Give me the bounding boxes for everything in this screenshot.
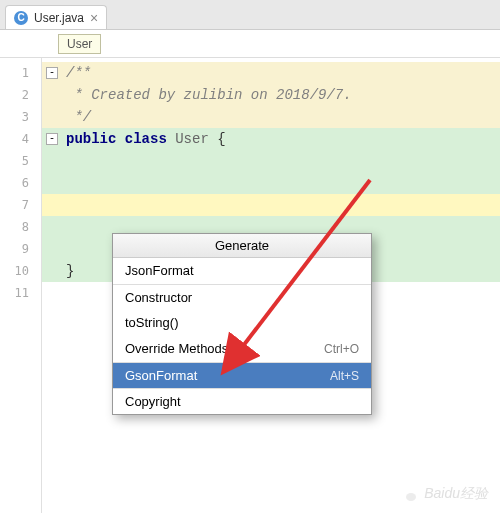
- menu-item-shortcut: Ctrl+O: [324, 336, 359, 362]
- generate-item-gsonformat[interactable]: GsonFormatAlt+S: [113, 362, 371, 388]
- tab-bar: C User.java ×: [0, 0, 500, 30]
- generate-item-jsonformat[interactable]: JsonFormat: [113, 258, 371, 284]
- line-number: 9: [0, 238, 41, 260]
- tab-label: User.java: [34, 11, 84, 25]
- watermark: Baidu经验: [402, 485, 488, 503]
- menu-item-label: Override Methods...: [125, 336, 239, 362]
- menu-item-label: GsonFormat: [125, 363, 197, 388]
- breadcrumb-class[interactable]: User: [58, 34, 101, 54]
- code-line[interactable]: -public class User {: [42, 128, 500, 150]
- line-number: 1: [0, 62, 41, 84]
- class-file-icon: C: [14, 11, 28, 25]
- code-line[interactable]: [42, 194, 500, 216]
- generate-item-constructor[interactable]: Constructor: [113, 284, 371, 310]
- line-number: 2: [0, 84, 41, 106]
- line-number: 8: [0, 216, 41, 238]
- code-line[interactable]: -/**: [42, 62, 500, 84]
- line-number: 10: [0, 260, 41, 282]
- code-line[interactable]: [42, 150, 500, 172]
- editor-tab[interactable]: C User.java ×: [5, 5, 107, 29]
- generate-item-override-methods-[interactable]: Override Methods...Ctrl+O: [113, 336, 371, 362]
- line-number: 11: [0, 282, 41, 304]
- code-line[interactable]: * Created by zulibin on 2018/9/7.: [42, 84, 500, 106]
- fold-toggle-icon[interactable]: -: [46, 67, 58, 79]
- generate-item-tostring-[interactable]: toString(): [113, 310, 371, 336]
- line-number: 5: [0, 150, 41, 172]
- line-number: 4: [0, 128, 41, 150]
- paw-icon: [402, 487, 420, 501]
- breadcrumb-bar: User: [0, 30, 500, 58]
- code-line[interactable]: [42, 172, 500, 194]
- menu-item-label: Copyright: [125, 389, 181, 414]
- menu-item-label: toString(): [125, 310, 178, 336]
- line-number: 7: [0, 194, 41, 216]
- fold-toggle-icon[interactable]: -: [46, 133, 58, 145]
- line-number: 6: [0, 172, 41, 194]
- line-number: 3: [0, 106, 41, 128]
- menu-item-shortcut: Alt+S: [330, 363, 359, 388]
- popup-title: Generate: [113, 234, 371, 258]
- generate-item-copyright[interactable]: Copyright: [113, 388, 371, 414]
- generate-popup: Generate JsonFormatConstructortoString()…: [112, 233, 372, 415]
- menu-item-label: Constructor: [125, 285, 192, 310]
- line-number-gutter: 1234567891011: [0, 58, 42, 513]
- code-line[interactable]: */: [42, 106, 500, 128]
- close-icon[interactable]: ×: [90, 10, 98, 26]
- menu-item-label: JsonFormat: [125, 258, 194, 284]
